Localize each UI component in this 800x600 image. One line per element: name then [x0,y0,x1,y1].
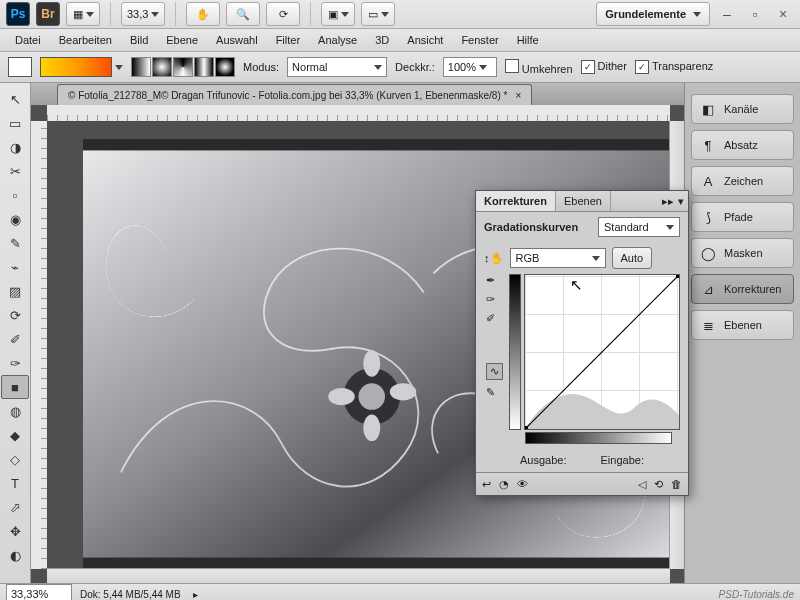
arrange-documents-icon[interactable]: ▣ [321,2,355,26]
menu-hilfe[interactable]: Hilfe [508,29,548,51]
output-label: Ausgabe: [520,454,566,466]
horizontal-scrollbar[interactable] [47,568,670,583]
tool-13[interactable]: ◍ [1,399,29,423]
menu-analyse[interactable]: Analyse [309,29,366,51]
tool-17[interactable]: ⬀ [1,495,29,519]
dock-icon: ⊿ [700,281,716,297]
status-zoom[interactable]: 33,33% [6,584,72,600]
dock-ebenen[interactable]: ≣Ebenen [691,310,794,340]
tool-18[interactable]: ✥ [1,519,29,543]
horizontal-ruler [47,105,670,122]
bridge-logo[interactable]: Br [36,2,60,26]
finger-tool-icon[interactable]: ↕✋ [484,252,504,265]
dither-checkbox[interactable]: ✓Dither [581,60,627,74]
transparency-checkbox[interactable]: ✓Transparenz [635,60,713,74]
curves-preset-select[interactable]: Standard [598,217,680,237]
close-icon[interactable]: × [772,6,794,22]
reverse-checkbox[interactable]: Umkehren [505,59,573,75]
angle-gradient-icon[interactable] [173,57,193,77]
layout-dropdown-icon[interactable]: ▦ [66,2,100,26]
dock-pfade[interactable]: ⟆Pfade [691,202,794,232]
white-eyedropper-icon[interactable]: ✐ [486,312,503,325]
collapse-icon[interactable]: ▸▸ [662,195,674,208]
tab-ebenen[interactable]: Ebenen [556,191,611,211]
menu-ebene[interactable]: Ebene [157,29,207,51]
return-icon[interactable]: ↩ [482,478,491,491]
dock-korrekturen[interactable]: ⊿Korrekturen [691,274,794,304]
menu-auswahl[interactable]: Auswahl [207,29,267,51]
menu-bild[interactable]: Bild [121,29,157,51]
curves-footer: ↩ ◔ 👁 ◁ ⟲ 🗑 [476,472,688,495]
auto-button[interactable]: Auto [612,247,653,269]
tool-7[interactable]: ⌁ [1,255,29,279]
tool-16[interactable]: T [1,471,29,495]
status-doc-size: Dok: 5,44 MB/5,44 MB [80,589,181,600]
tool-19[interactable]: ◐ [1,543,29,567]
dock-zeichen[interactable]: AZeichen [691,166,794,196]
dock-kanäle[interactable]: ◧Kanäle [691,94,794,124]
dock-icon: ¶ [700,137,716,153]
photoshop-logo[interactable]: Ps [6,2,30,26]
tool-9[interactable]: ⟳ [1,303,29,327]
zoom-tool-shortcut-icon[interactable]: 🔍 [226,2,260,26]
restore-icon[interactable]: ▫ [744,6,766,22]
screen-mode-icon[interactable]: ▭ [361,2,395,26]
dock-absatz[interactable]: ¶Absatz [691,130,794,160]
opacity-input[interactable]: 100% [443,57,497,77]
diamond-gradient-icon[interactable] [215,57,235,77]
hand-tool-shortcut-icon[interactable]: ✋ [186,2,220,26]
tab-korrekturen[interactable]: Korrekturen [476,191,556,211]
pencil-mode-icon[interactable]: ✎ [486,386,503,399]
document-tab[interactable]: © Fotolia_212788_M© Dragan Trifunovic - … [57,84,532,105]
tool-3[interactable]: ✂ [1,159,29,183]
menu-filter[interactable]: Filter [267,29,309,51]
panel-menu-icon[interactable]: ▾ [678,195,684,208]
tool-8[interactable]: ▨ [1,279,29,303]
dock-masken[interactable]: ◯Masken [691,238,794,268]
linear-gradient-icon[interactable] [131,57,151,77]
tool-4[interactable]: ▫ [1,183,29,207]
radial-gradient-icon[interactable] [152,57,172,77]
menu-datei[interactable]: Datei [6,29,50,51]
tool-5[interactable]: ◉ [1,207,29,231]
channel-select[interactable]: RGB [510,248,606,268]
clip-icon[interactable]: ◔ [499,478,509,491]
curve-graph[interactable] [524,274,680,430]
options-bar: Modus: Normal Deckkr.: 100% Umkehren ✓Di… [0,52,800,83]
input-label: Eingabe: [601,454,644,466]
tool-15[interactable]: ◇ [1,447,29,471]
zoom-level-dropdown[interactable]: 33,3 [121,2,165,26]
svg-point-8 [328,388,355,405]
menu-3d[interactable]: 3D [366,29,398,51]
prev-state-icon[interactable]: ◁ [638,478,646,491]
visibility-icon[interactable]: 👁 [517,478,528,490]
minimize-icon[interactable]: – [716,6,738,22]
black-eyedropper-icon[interactable]: ✒ [486,274,503,287]
gradient-preview[interactable] [40,57,112,77]
menu-fenster[interactable]: Fenster [452,29,507,51]
reset-icon[interactable]: ⟲ [654,478,663,491]
foreground-swatch[interactable] [8,57,32,77]
tab-close-icon[interactable]: × [515,90,521,101]
tool-10[interactable]: ✐ [1,327,29,351]
document-tab-strip: © Fotolia_212788_M© Dragan Trifunovic - … [31,83,684,106]
gradient-type-group [131,57,235,77]
tool-14[interactable]: ◆ [1,423,29,447]
tool-2[interactable]: ◑ [1,135,29,159]
tool-11[interactable]: ✑ [1,351,29,375]
tool-0[interactable]: ↖ [1,87,29,111]
menu-ansicht[interactable]: Ansicht [398,29,452,51]
workspace-switcher[interactable]: Grundelemente [596,2,710,26]
curves-panel[interactable]: Korrekturen Ebenen ▸▸ ▾ Gradationskurven… [475,190,689,496]
rotate-view-shortcut-icon[interactable]: ⟳ [266,2,300,26]
tool-1[interactable]: ▭ [1,111,29,135]
tool-6[interactable]: ✎ [1,231,29,255]
tool-12[interactable]: ■ [1,375,29,399]
reflected-gradient-icon[interactable] [194,57,214,77]
blend-mode-select[interactable]: Normal [287,57,387,77]
menu-bearbeiten[interactable]: Bearbeiten [50,29,121,51]
gray-eyedropper-icon[interactable]: ✑ [486,293,503,306]
watermark: PSD-Tutorials.de [719,589,794,600]
trash-icon[interactable]: 🗑 [671,478,682,490]
curve-mode-icon[interactable]: ∿ [486,363,503,380]
